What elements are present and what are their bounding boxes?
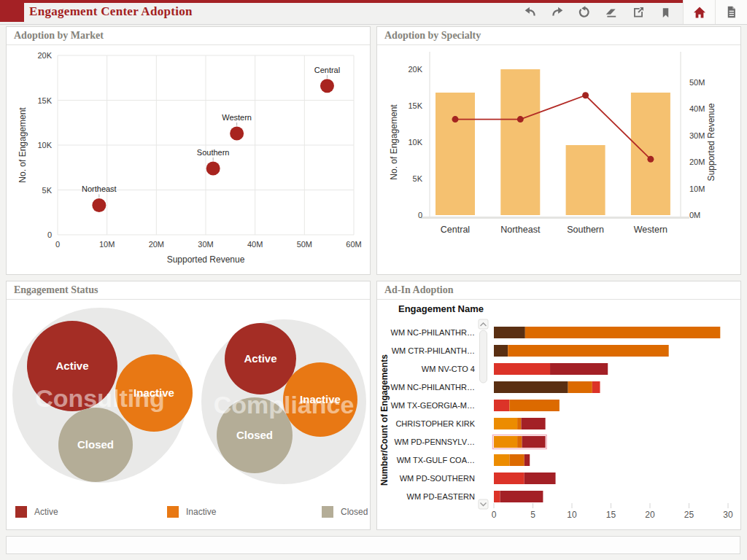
panel-adoption-by-specialty: Adoption by Specialty 05K10K15K20K0M10M2… [376,26,741,275]
legend-item-inactive[interactable]: Inactive [167,506,216,518]
svg-text:WM TX-GEORGIA-M…: WM TX-GEORGIA-M… [391,401,475,410]
eraser-button[interactable] [603,4,620,21]
redo-button[interactable] [549,4,566,21]
panel-engagement-status: Engagement Status ConsultingActiveInacti… [6,281,371,530]
svg-text:20K: 20K [408,65,422,74]
svg-text:No. of Engagement: No. of Engagement [389,104,399,180]
svg-text:Closed: Closed [77,438,114,451]
svg-text:Western: Western [634,225,667,235]
home-button[interactable] [683,0,715,24]
svg-text:WM NC-PHILANTHR…: WM NC-PHILANTHR… [391,328,476,337]
page-title: Engagement Center Adoption [29,0,193,23]
panel-title: Ad-In Adoption [377,281,740,300]
svg-text:15K: 15K [408,101,422,110]
svg-text:5K: 5K [42,186,53,195]
panel-adoption-by-market: Adoption by Market 010M20M30M40M50M60M05… [6,26,371,275]
bookmark-icon [659,7,672,19]
svg-text:60M: 60M [346,240,361,249]
market-scatter-chart[interactable]: 010M20M30M40M50M60M05K10K15K20KSupported… [7,45,370,274]
svg-text:50M: 50M [689,78,705,87]
panel-title: Engagement Status [7,281,370,300]
legend-swatch [167,506,179,518]
revert-button[interactable] [576,4,593,21]
brand-square [0,0,24,22]
panel-title: Adoption by Market [7,27,370,45]
revert-icon [578,6,591,19]
status-bubble-chart[interactable]: ConsultingActiveInactiveClosedCompliance… [7,300,370,529]
svg-text:CHRISTOPHER KIRK: CHRISTOPHER KIRK [395,419,475,428]
document-icon [724,5,738,19]
svg-text:Active: Active [244,352,276,365]
svg-text:Inactive: Inactive [133,386,174,399]
svg-text:40M: 40M [247,240,263,249]
svg-text:Northeast: Northeast [500,225,541,235]
svg-text:Northeast: Northeast [82,184,117,193]
svg-text:5K: 5K [413,174,423,183]
footer-panel [6,536,740,554]
svg-text:Active: Active [55,359,88,372]
toolbar [522,4,674,21]
svg-text:Central: Central [314,66,340,74]
svg-text:10K: 10K [37,141,52,149]
svg-text:0: 0 [492,510,497,520]
legend-label: Closed [341,507,368,517]
svg-text:WM NV-CTO 4: WM NV-CTO 4 [422,365,475,373]
panel-ad-in-adoption: Ad-In Adoption Engagement NameNumber/Cou… [376,281,741,530]
svg-text:0: 0 [47,230,52,239]
svg-text:No. of Engagement: No. of Engagement [18,107,28,183]
legend-label: Active [34,507,58,517]
svg-text:WM TX-GULF COA…: WM TX-GULF COA… [397,456,475,464]
svg-text:Central: Central [441,225,470,235]
svg-text:10M: 10M [689,184,705,193]
home-icon [692,5,707,20]
svg-text:Inactive: Inactive [300,393,341,405]
svg-text:Number/Count of Engagements: Number/Count of Engagements [379,354,390,486]
svg-text:10M: 10M [99,240,115,249]
panel-title: Adoption by Specialty [377,27,740,45]
legend-swatch [322,506,333,518]
svg-text:Closed: Closed [236,429,273,441]
adin-stacked-bar-chart[interactable]: Engagement NameNumber/Count of Engagemen… [377,300,740,529]
svg-text:20: 20 [645,510,655,520]
svg-text:0M: 0M [689,211,700,219]
share-icon [632,6,645,19]
specialty-combo-chart[interactable]: 05K10K15K20K0M10M20M30M40M50MCentralNort… [377,45,740,274]
svg-text:Southern: Southern [567,225,604,235]
status-legend: ActiveInactiveClosed [7,506,370,522]
svg-text:50M: 50M [297,240,312,249]
svg-text:Supported Revenue: Supported Revenue [167,254,245,265]
legend-item-closed[interactable]: Closed [322,506,368,518]
svg-text:20K: 20K [37,51,52,60]
svg-text:5: 5 [530,510,535,520]
report-button[interactable] [715,0,747,24]
svg-text:WM PD-SOUTHERN: WM PD-SOUTHERN [400,474,475,483]
legend-item-active[interactable]: Active [15,506,58,518]
svg-text:WM PD-EASTERN: WM PD-EASTERN [407,492,476,501]
svg-text:WM NC-PHILANTHR…: WM NC-PHILANTHR… [391,383,476,392]
nav-buttons [683,0,747,24]
app-header: Engagement Center Adoption [0,0,747,25]
svg-text:Western: Western [222,113,252,122]
undo-button[interactable] [522,4,539,21]
svg-text:10K: 10K [408,138,422,147]
svg-text:WM PD-PENNSYLV…: WM PD-PENNSYLV… [395,438,475,446]
svg-text:15: 15 [606,510,616,520]
legend-label: Inactive [186,507,216,517]
svg-text:10: 10 [567,510,577,520]
svg-text:Supported Revenue: Supported Revenue [706,103,716,181]
legend-swatch [15,506,27,518]
eraser-icon [605,6,618,19]
undo-icon [524,6,537,19]
share-button[interactable] [630,4,647,21]
svg-text:20M: 20M [689,158,705,166]
svg-text:30M: 30M [198,240,213,249]
svg-text:Engagement Name: Engagement Name [398,303,484,314]
svg-text:20M: 20M [149,240,164,249]
bookmark-button[interactable] [657,4,674,21]
redo-icon [551,6,564,19]
svg-text:30M: 30M [689,131,705,140]
svg-text:30: 30 [723,510,733,520]
svg-text:15K: 15K [37,96,52,105]
svg-text:40M: 40M [689,104,705,113]
svg-text:0: 0 [55,240,60,249]
